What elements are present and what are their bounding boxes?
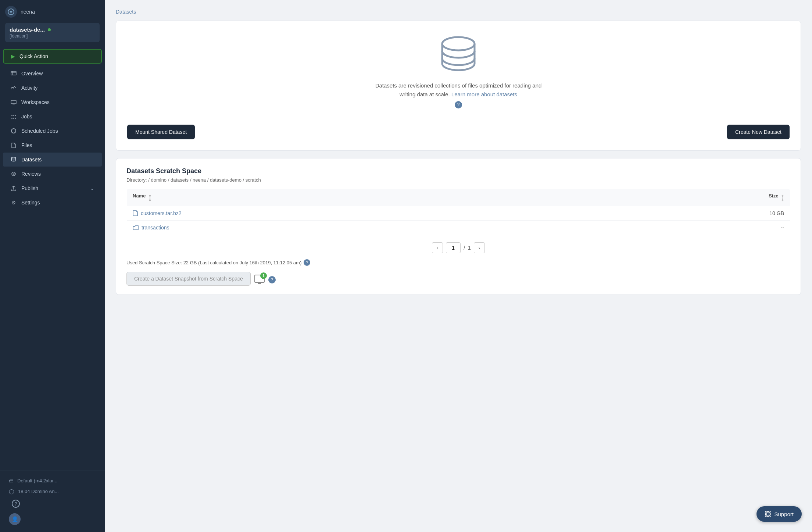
- main-content: Datasets Datasets are revisioned collect…: [105, 0, 812, 532]
- user-profile-item[interactable]: 👤: [6, 511, 99, 528]
- sidebar-item-publish[interactable]: Publish ⌄: [3, 181, 102, 195]
- sidebar-item-label: Datasets: [21, 157, 42, 163]
- svg-point-9: [13, 173, 14, 175]
- file-size-cell: 10 GB: [584, 206, 790, 221]
- jobs-icon: [10, 113, 17, 120]
- svg-rect-4: [11, 100, 16, 104]
- activity-icon: [10, 85, 17, 91]
- settings-icon: ⚙: [10, 199, 17, 206]
- learn-more-link[interactable]: Learn more about datasets: [451, 91, 517, 97]
- sidebar-item-label: Publish: [21, 185, 38, 191]
- mount-shared-dataset-button[interactable]: Mount Shared Dataset: [127, 125, 195, 139]
- files-icon: [10, 142, 17, 149]
- datasets-icon-large: [436, 36, 480, 74]
- publish-icon: [10, 185, 17, 192]
- sidebar-item-files[interactable]: Files: [3, 138, 102, 152]
- svg-point-8: [12, 172, 15, 176]
- prev-page-button[interactable]: ‹: [432, 242, 443, 253]
- folder-icon: [133, 225, 139, 230]
- table-row: customers.tar.bz2 10 GB: [127, 206, 790, 221]
- file-link-customers[interactable]: customers.tar.bz2: [133, 210, 579, 216]
- notification-badge: 1: [254, 275, 265, 283]
- sidebar-item-overview[interactable]: Overview: [3, 67, 102, 81]
- username-label: neena: [21, 9, 35, 15]
- sidebar-item-label: Quick Action: [19, 53, 48, 59]
- sidebar-item-reviews[interactable]: Reviews: [3, 167, 102, 181]
- sidebar-item-label: Jobs: [21, 114, 32, 119]
- sidebar-item-jobs[interactable]: Jobs: [3, 110, 102, 124]
- file-icon: [133, 210, 138, 216]
- play-icon: ▶: [11, 53, 15, 59]
- datasets-description: Datasets are revisioned collections of f…: [366, 81, 550, 99]
- size-column-header: Size ⇧⇩: [584, 189, 790, 206]
- total-pages: 1: [468, 245, 471, 251]
- scheduled-jobs-icon: [10, 128, 17, 134]
- sidebar-header: neena: [0, 0, 105, 21]
- page-number-input[interactable]: [446, 242, 461, 253]
- file-name-cell: customers.tar.bz2: [127, 206, 584, 221]
- help-item[interactable]: ?: [6, 497, 99, 511]
- snapshot-button[interactable]: Create a Dataset Snapshot from Scratch S…: [126, 272, 251, 286]
- snapshot-area: Create a Dataset Snapshot from Scratch S…: [126, 272, 790, 286]
- datasets-intro-card: Datasets are revisioned collections of f…: [116, 21, 801, 151]
- sidebar-item-label: Workspaces: [21, 99, 50, 105]
- name-column-header: Name ⇧⇩: [127, 189, 584, 206]
- sidebar-item-activity[interactable]: Activity: [3, 81, 102, 95]
- hardware-item[interactable]: 🗃 Default (m4.2xlar...: [6, 475, 99, 486]
- sidebar-item-scheduled-jobs[interactable]: Scheduled Jobs: [3, 124, 102, 138]
- sidebar-item-workspaces[interactable]: Workspaces: [3, 95, 102, 109]
- sidebar-item-label: Scheduled Jobs: [21, 128, 58, 134]
- project-name: datasets-de...: [10, 26, 95, 33]
- create-new-dataset-button[interactable]: Create New Dataset: [727, 125, 790, 139]
- hardware-icon: 🗃: [9, 478, 14, 483]
- help-icon: ?: [12, 500, 20, 508]
- reviews-icon: [10, 171, 17, 177]
- folder-name-cell: transactions: [127, 221, 584, 235]
- svg-point-7: [11, 157, 16, 159]
- sidebar-item-label: Files: [21, 142, 32, 148]
- scratch-space-card: Datasets Scratch Space Directory: / domi…: [116, 158, 801, 295]
- hardware-label: Default (m4.2xlar...: [17, 478, 57, 483]
- sidebar-item-settings[interactable]: ⚙ Settings: [3, 196, 102, 210]
- chevron-down-icon: ⌄: [90, 185, 94, 191]
- scratch-space-title: Datasets Scratch Space: [126, 167, 790, 175]
- svg-rect-1: [11, 71, 16, 75]
- page-separator: /: [464, 245, 465, 251]
- sidebar: neena datasets-de... [Ideation] ▶ Quick …: [0, 0, 105, 532]
- file-link-transactions[interactable]: transactions: [133, 225, 579, 231]
- sort-arrows-size[interactable]: ⇧⇩: [781, 194, 784, 202]
- environment-label: 18.04 Domino An...: [18, 489, 59, 494]
- intro-actions: Mount Shared Dataset Create New Dataset: [127, 117, 790, 139]
- sidebar-item-datasets[interactable]: Datasets: [3, 153, 102, 167]
- sidebar-item-label: Reviews: [21, 171, 41, 177]
- sort-arrows-name[interactable]: ⇧⇩: [149, 194, 151, 202]
- snapshot-help-icon[interactable]: ?: [268, 276, 276, 283]
- sidebar-footer: 🗃 Default (m4.2xlar... ◯ 18.04 Domino An…: [0, 471, 105, 532]
- scratch-usage-text: Used Scratch Space Size: 22 GB (Last cal…: [126, 259, 790, 266]
- svg-point-12: [442, 37, 475, 50]
- environment-item[interactable]: ◯ 18.04 Domino An...: [6, 486, 99, 497]
- help-tooltip-icon[interactable]: ?: [455, 101, 462, 108]
- badge-count: 1: [260, 272, 267, 279]
- file-table: Name ⇧⇩ Size ⇧⇩: [126, 189, 790, 235]
- app-logo[interactable]: [5, 6, 17, 18]
- support-button[interactable]: Support: [756, 506, 802, 522]
- project-box[interactable]: datasets-de... [Ideation]: [5, 23, 100, 42]
- datasets-icon: [10, 156, 17, 163]
- environment-icon: ◯: [9, 489, 14, 494]
- breadcrumb: Datasets: [116, 9, 801, 15]
- overview-icon: [10, 70, 17, 77]
- user-avatar: 👤: [9, 513, 21, 525]
- sidebar-item-label: Overview: [21, 71, 43, 76]
- workspaces-icon: [10, 99, 17, 106]
- sidebar-item-quick-action[interactable]: ▶ Quick Action: [3, 49, 102, 64]
- active-dot: [48, 28, 51, 31]
- usage-info-icon[interactable]: ?: [304, 259, 310, 266]
- sidebar-nav: ▶ Quick Action Overview Activity: [0, 45, 105, 471]
- project-tag: [Ideation]: [10, 33, 95, 39]
- pagination: ‹ / 1 ›: [126, 242, 790, 253]
- next-page-button[interactable]: ›: [474, 242, 485, 253]
- support-label: Support: [774, 511, 794, 517]
- folder-size-cell: --: [584, 221, 790, 235]
- svg-point-14: [767, 513, 769, 515]
